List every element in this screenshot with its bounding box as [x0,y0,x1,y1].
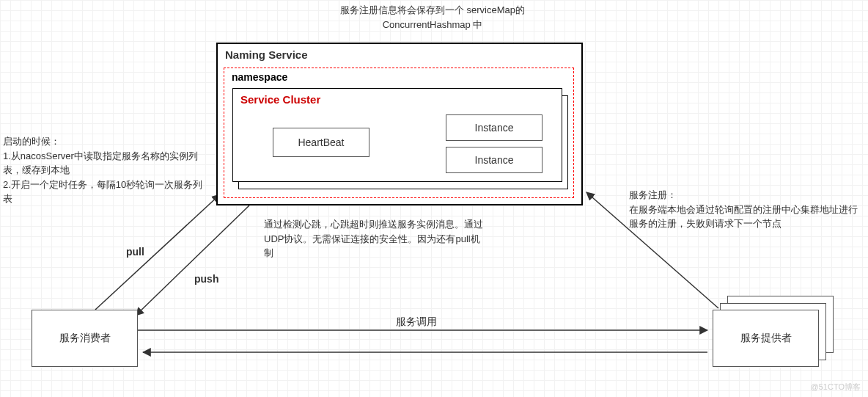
service-call-label: 服务调用 [396,314,437,329]
instance-box-2: Instance [446,147,542,173]
pull-label: pull [126,244,144,260]
note-right: 服务注册： 在服务端本地会通过轮询配置的注册中心集群地址进行服务的注册，失败则请… [629,188,864,231]
instance-label-1: Instance [446,122,542,134]
heartbeat-box: HeartBeat [273,128,369,157]
push-label: push [194,272,218,287]
service-provider-box: 服务提供者 [713,310,819,367]
instance-label-2: Instance [446,154,542,166]
service-consumer-box: 服务消费者 [32,310,138,367]
watermark: @51CTO博客 [811,382,861,393]
note-top: 服务注册信息将会保存到一个 serviceMap的 ConcurrentHash… [271,3,594,32]
heartbeat-label: HeartBeat [273,136,369,148]
note-mid: 通过检测心跳，心跳超时则推送服务实例消息。通过UDP协议。无需保证连接的安全性。… [264,217,484,261]
service-consumer-label: 服务消费者 [32,332,137,345]
naming-service-title: Naming Service [225,48,308,61]
instance-box-1: Instance [446,114,542,141]
svg-line-1 [136,205,249,316]
service-cluster-title: Service Cluster [240,93,320,106]
service-provider-label: 服务提供者 [713,332,818,345]
namespace-title: namespace [232,71,287,83]
note-left: 启动的时候： 1.从nacosServer中读取指定服务名称的实例列表，缓存到本… [3,134,208,206]
